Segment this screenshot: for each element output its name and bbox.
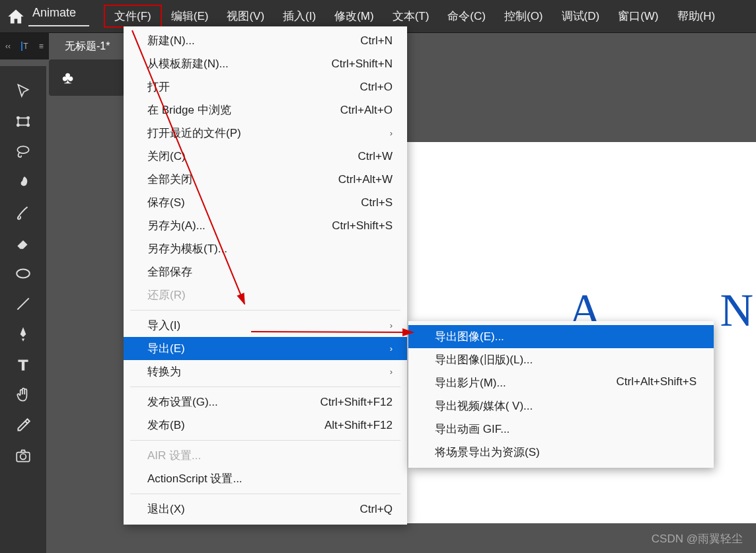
pen-tool[interactable] bbox=[8, 321, 38, 348]
menu-separator bbox=[130, 440, 400, 441]
svg-point-8 bbox=[20, 454, 26, 460]
menu-convert-to[interactable]: 转换为› bbox=[124, 360, 407, 383]
svg-point-3 bbox=[17, 124, 19, 126]
menu-exit[interactable]: 退出(X)Ctrl+Q bbox=[124, 498, 407, 521]
collapse-chevrons-icon[interactable]: ‹‹ bbox=[5, 42, 11, 51]
menu-new-from-template[interactable]: 从模板新建(N)...Ctrl+Shift+N bbox=[124, 52, 407, 75]
menu-save-as[interactable]: 另存为(A)...Ctrl+Shift+S bbox=[124, 214, 407, 237]
app-title[interactable]: Animate bbox=[28, 6, 89, 26]
svg-point-4 bbox=[27, 124, 29, 126]
menu-open-recent[interactable]: 打开最近的文件(P)› bbox=[124, 122, 407, 145]
brush-tool[interactable] bbox=[8, 200, 38, 226]
submenu-export-video[interactable]: 导出视频/媒体( V)... bbox=[408, 394, 714, 418]
club-icon[interactable]: ♣ bbox=[62, 67, 73, 88]
line-tool[interactable] bbox=[8, 291, 38, 317]
export-submenu: 导出图像(E)... 导出图像(旧版)(L)... 导出影片(M)...Ctrl… bbox=[408, 321, 714, 468]
free-transform-tool[interactable] bbox=[8, 108, 38, 135]
menu-window[interactable]: 窗口(W) bbox=[609, 5, 667, 28]
submenu-export-image-legacy[interactable]: 导出图像(旧版)(L)... bbox=[408, 348, 714, 371]
submenu-export-image[interactable]: 导出图像(E)... bbox=[408, 325, 714, 348]
svg-point-2 bbox=[27, 117, 29, 119]
menu-actionscript-settings[interactable]: ActionScript 设置... bbox=[124, 467, 407, 490]
submenu-export-movie[interactable]: 导出影片(M)...Ctrl+Alt+Shift+S bbox=[408, 371, 714, 394]
camera-tool[interactable] bbox=[8, 443, 38, 469]
panel-menu-icon[interactable]: ≡ bbox=[39, 42, 44, 51]
menu-new[interactable]: 新建(N)...Ctrl+N bbox=[124, 29, 407, 52]
menu-revert: 还原(R) bbox=[124, 283, 407, 307]
document-tab[interactable]: 无标题-1* bbox=[56, 34, 119, 59]
text-tool[interactable] bbox=[8, 351, 38, 378]
menu-open[interactable]: 打开Ctrl+O bbox=[124, 75, 407, 98]
file-dropdown: 新建(N)...Ctrl+N 从模板新建(N)...Ctrl+Shift+N 打… bbox=[124, 26, 407, 525]
submenu-export-scene-resource[interactable]: 将场景导出为资源(S) bbox=[408, 441, 714, 464]
text-cursor-icon[interactable]: T bbox=[21, 42, 28, 51]
lasso-tool[interactable] bbox=[8, 139, 38, 165]
oval-tool[interactable] bbox=[8, 260, 38, 287]
menu-close-all[interactable]: 全部关闭Ctrl+Alt+W bbox=[124, 168, 407, 191]
menu-save-as-template[interactable]: 另存为模板(T)... bbox=[124, 237, 407, 260]
chevron-right-icon: › bbox=[390, 367, 393, 377]
menu-edit[interactable]: 编辑(E) bbox=[162, 5, 218, 28]
menu-text[interactable]: 文本(T) bbox=[383, 5, 439, 28]
menu-commands[interactable]: 命令(C) bbox=[438, 5, 495, 28]
eyedropper-tool[interactable] bbox=[8, 412, 38, 439]
menu-publish[interactable]: 发布(B)Alt+Shift+F12 bbox=[124, 414, 407, 437]
panel-collapse-strip: ‹‹ T ≡ bbox=[0, 33, 49, 59]
menu-separator bbox=[130, 494, 400, 494]
chevron-right-icon: › bbox=[390, 320, 393, 330]
menu-help[interactable]: 帮助(H) bbox=[668, 5, 725, 28]
menu-save[interactable]: 保存(S)Ctrl+S bbox=[124, 191, 407, 214]
submenu-export-gif[interactable]: 导出动画 GIF... bbox=[408, 418, 714, 441]
menu-insert[interactable]: 插入(I) bbox=[274, 5, 325, 28]
hand-tool[interactable] bbox=[8, 382, 38, 408]
menu-debug[interactable]: 调试(D) bbox=[552, 5, 609, 28]
menu-import[interactable]: 导入(I)› bbox=[124, 314, 407, 337]
scene-row: ♣ bbox=[49, 59, 124, 96]
toolbox bbox=[0, 66, 46, 553]
canvas-letter-n: N bbox=[720, 284, 753, 337]
menu-modify[interactable]: 修改(M) bbox=[325, 5, 383, 28]
menu-save-all[interactable]: 全部保存 bbox=[124, 260, 407, 283]
menu-control[interactable]: 控制(O) bbox=[495, 5, 552, 28]
menu-separator bbox=[130, 387, 400, 387]
document-tabs: 无标题-1* bbox=[49, 33, 126, 59]
menu-view[interactable]: 视图(V) bbox=[217, 5, 274, 28]
menu-file[interactable]: 文件(F) bbox=[104, 5, 162, 28]
chevron-right-icon: › bbox=[390, 344, 393, 353]
svg-rect-0 bbox=[18, 118, 28, 126]
top-menus: 文件(F) 编辑(E) 视图(V) 插入(I) 修改(M) 文本(T) 命令(C… bbox=[104, 5, 724, 28]
home-icon[interactable] bbox=[7, 7, 25, 26]
menu-close[interactable]: 关闭(C)Ctrl+W bbox=[124, 145, 407, 168]
fluid-brush-tool[interactable] bbox=[8, 169, 38, 196]
menu-publish-settings[interactable]: 发布设置(G)...Ctrl+Shift+F12 bbox=[124, 390, 407, 414]
menu-separator bbox=[130, 310, 400, 311]
menu-air-settings: AIR 设置... bbox=[124, 444, 407, 467]
chevron-right-icon: › bbox=[390, 128, 393, 138]
svg-point-1 bbox=[17, 117, 19, 119]
watermark: CSDN @雨翼轻尘 bbox=[652, 531, 743, 546]
menu-export[interactable]: 导出(E)› bbox=[124, 337, 407, 360]
svg-point-6 bbox=[17, 270, 30, 278]
menu-browse-bridge[interactable]: 在 Bridge 中浏览Ctrl+Alt+O bbox=[124, 98, 407, 122]
selection-tool[interactable] bbox=[8, 78, 38, 104]
eraser-tool[interactable] bbox=[8, 230, 38, 256]
